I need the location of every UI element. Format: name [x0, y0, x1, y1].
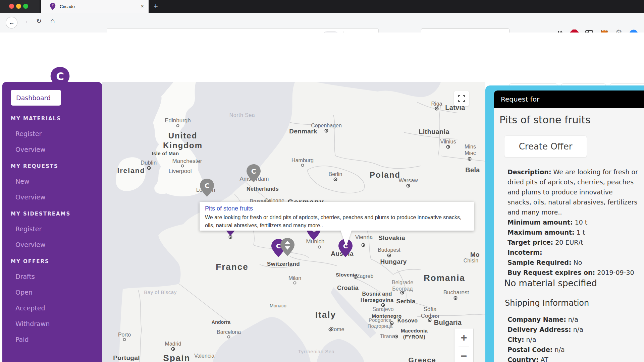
sidebar-item-register[interactable]: Register [15, 225, 102, 233]
zoom-out-button[interactable]: − [454, 347, 473, 362]
popup-title-link[interactable]: Pits of stone fruits [205, 205, 469, 212]
sidebar-item-drafts[interactable]: Drafts [15, 273, 102, 280]
capital-marker [334, 178, 337, 181]
request-card: Request for Pits of stone fruits Create … [494, 90, 644, 362]
close-window-icon[interactable] [9, 4, 14, 9]
map-info-popup[interactable]: Pits of stone fruits We are looking for … [200, 202, 474, 231]
map-label-barcelona: Barcelona [217, 329, 241, 335]
map-label-macedonia: Macedonia (FYROM) [401, 328, 428, 340]
city-marker [227, 336, 230, 339]
map-label-liverpool: Liverpool [169, 168, 192, 175]
capital-marker [407, 184, 410, 188]
map-pin-amsterdam[interactable]: C [246, 164, 261, 183]
map-label-riga: Riga [431, 101, 442, 107]
sidebar-item-accepted[interactable]: Accepted [15, 304, 102, 312]
map-canvas[interactable]: RigaLatviaEdinburghNorth SeaCopenhagenDe… [102, 82, 485, 362]
svg-text:C: C [52, 4, 54, 7]
map-label-madrid: Madrid [165, 341, 181, 347]
new-tab-icon[interactable]: + [154, 2, 158, 11]
tab-title: Circado [60, 4, 141, 9]
map-label-milan: Milan [288, 275, 301, 281]
city-marker [176, 124, 179, 127]
tab-close-icon[interactable]: × [141, 3, 144, 9]
capital-marker [394, 335, 398, 339]
sidebar-section-my-sidestreams: MY SIDESTREAMS [11, 211, 102, 217]
svg-text:C: C [205, 182, 210, 190]
sidebar-item-overview[interactable]: Overview [15, 146, 102, 153]
sidebar-item-open[interactable]: Open [15, 289, 102, 296]
field-postal-code: Postal Code: n/a [507, 345, 638, 355]
svg-text:C: C [251, 167, 256, 175]
field-target-price: Target price: 20 EUR/t [507, 237, 638, 247]
map-label-greece: Greece [408, 356, 436, 362]
capital-marker [387, 254, 391, 257]
fullscreen-button[interactable] [454, 91, 469, 106]
map-label-france: France [216, 262, 248, 272]
map-label-ireland: Ireland [117, 166, 145, 175]
map-label-porto: Porto [118, 331, 131, 338]
field-buy-request-expires-on: Buy Request expires on: 2019-09-30 [507, 267, 638, 278]
capital-marker [454, 296, 458, 300]
request-title: Pits of stone fruits [499, 114, 591, 126]
map-label-serbia: Serbia [396, 298, 416, 305]
field-minimum-amount: Minimum amount: 10 t [507, 217, 638, 227]
capital-marker [325, 129, 328, 133]
sidebar-item-overview[interactable]: Overview [15, 193, 102, 201]
map-label-kosovo: Kosovo [397, 317, 418, 324]
field-sample-required: Sample Required: No [507, 257, 638, 267]
map-label-bosnia-and: Bosnia and Herzegovina [361, 291, 393, 303]
sidebar-item-new[interactable]: New [15, 178, 102, 185]
map-label-tirana: Tirana [380, 333, 395, 340]
capital-marker [329, 328, 332, 331]
map-label-bucharest: Bucharest [443, 289, 469, 296]
sidebar-item-dashboard[interactable]: Dashboard [11, 90, 61, 106]
maximize-window-icon[interactable] [23, 4, 28, 9]
map-label-vienna: Vienna [355, 234, 373, 241]
sidebar-item-register[interactable]: Register [15, 130, 102, 137]
map-label-sofia: Sofia София [421, 306, 439, 320]
reload-icon[interactable]: ↻ [36, 17, 42, 25]
sidebar-item-withdrawn[interactable]: Withdrawn [15, 320, 102, 327]
map-label-netherlands: Netherlands [247, 186, 279, 192]
field-city: City: n/a [507, 335, 638, 345]
map-label-hungary: Hungary [380, 258, 407, 266]
shipping-heading: Shipping Information [505, 298, 589, 308]
map-label-warsaw: Warsaw [398, 177, 418, 184]
zoom-in-button[interactable]: + [454, 328, 473, 347]
map-label-berlin: Berlin [329, 171, 342, 177]
map-label-isle-of-man: Isle of Man [152, 150, 179, 157]
map-label-hamburg: Hamburg [291, 157, 314, 164]
fullscreen-icon [458, 95, 465, 102]
map-pin-zurich-cluster[interactable] [280, 238, 295, 256]
map-label-bulgaria: Bulgaria [434, 318, 462, 326]
map-label-podgorica: Podgorica Подгорица [368, 317, 393, 329]
capital-marker [147, 166, 151, 170]
city-marker [123, 338, 126, 341]
minimize-window-icon[interactable] [16, 4, 21, 9]
create-offer-button[interactable]: Create Offer [504, 135, 587, 158]
field-description: Description: We are looking for fresh or… [507, 167, 638, 217]
city-marker [293, 282, 297, 285]
traffic-light-zone [0, 0, 40, 13]
back-icon[interactable]: ← [6, 17, 17, 28]
map-label-tyrrhenian-sea: Tyrrhenian Sea [298, 349, 335, 355]
capital-marker [354, 275, 358, 279]
map-label-edinburgh: Edinburgh [165, 117, 191, 124]
map-label-bela: Bela [465, 166, 480, 174]
map-label-monaco: Monaco [270, 303, 286, 309]
map-label-switzerland: Switzerland [267, 261, 300, 267]
home-icon[interactable]: ⌂ [50, 16, 55, 25]
forward-icon[interactable]: → [22, 17, 29, 25]
map-pin-london[interactable]: C [199, 178, 215, 197]
app-window: C Circado × + ← → ↻ ⌂ ⓘ https://circado.… [0, 0, 644, 362]
sidebar-item-paid[interactable]: Paid [15, 336, 102, 343]
sidebar-section-my-materials: MY MATERIALS [11, 116, 102, 122]
map-label-budapest: Budapest [378, 247, 400, 253]
browser-tab[interactable]: C Circado × [41, 0, 149, 13]
capital-marker [400, 291, 404, 295]
map-label-north-sea: North Sea [229, 112, 255, 118]
popup-description: We are looking for fresh or dried pits o… [205, 214, 469, 230]
capital-marker [428, 318, 432, 322]
dashboard-label: Dashboard [16, 94, 51, 102]
sidebar-item-overview[interactable]: Overview [15, 241, 102, 248]
